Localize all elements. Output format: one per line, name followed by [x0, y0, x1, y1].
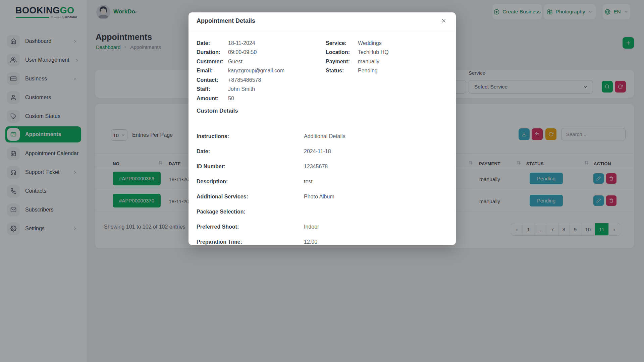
custom-detail-row: Date:2024-11-18: [197, 147, 331, 156]
details-right-column: Service:Weddings Location:TechHub HQ Pay…: [326, 39, 389, 75]
appointment-details-modal: Appointment Details Date:18-11-2024 Dura…: [189, 12, 456, 245]
app-root: BOOKINGGO Powered By WORKDO Dashboard Us…: [0, 0, 644, 362]
close-icon[interactable]: [441, 18, 447, 24]
custom-detail-row: Preparation Time:12:00: [197, 238, 317, 246]
detail-row: Amount:50: [197, 94, 284, 103]
detail-row: Location:TechHub HQ: [326, 48, 389, 57]
detail-row: Payment:manually: [326, 57, 389, 66]
detail-row: Contact:+8785486578: [197, 75, 284, 85]
modal-title: Appointment Details: [197, 17, 255, 24]
detail-row: Duration:09:00-09:50: [197, 48, 284, 57]
detail-row: Customer:Guest: [197, 57, 284, 66]
detail-row: Email:karyzgroup@gmail.com: [197, 66, 284, 76]
detail-row: Staff:John Smith: [197, 85, 284, 94]
custom-detail-row: Additional Services:Photo Album: [197, 193, 334, 201]
custom-detail-row: Description:test: [197, 178, 313, 186]
detail-row: Date:18-11-2024: [197, 39, 284, 48]
detail-row: Service:Weddings: [326, 39, 389, 48]
custom-details-title: Custom Details: [197, 108, 238, 114]
custom-detail-row: ID Number:12345678: [197, 163, 328, 171]
detail-row: Status:Pending: [326, 66, 389, 76]
custom-detail-row: Instructions:Additional Details: [197, 132, 345, 140]
custom-detail-row: Preferred Shoot:Indoor: [197, 223, 319, 231]
modal-header-divider: [189, 31, 456, 31]
custom-detail-row: Package Selection:: [197, 208, 304, 216]
details-left-column: Date:18-11-2024 Duration:09:00-09:50 Cus…: [197, 39, 284, 103]
